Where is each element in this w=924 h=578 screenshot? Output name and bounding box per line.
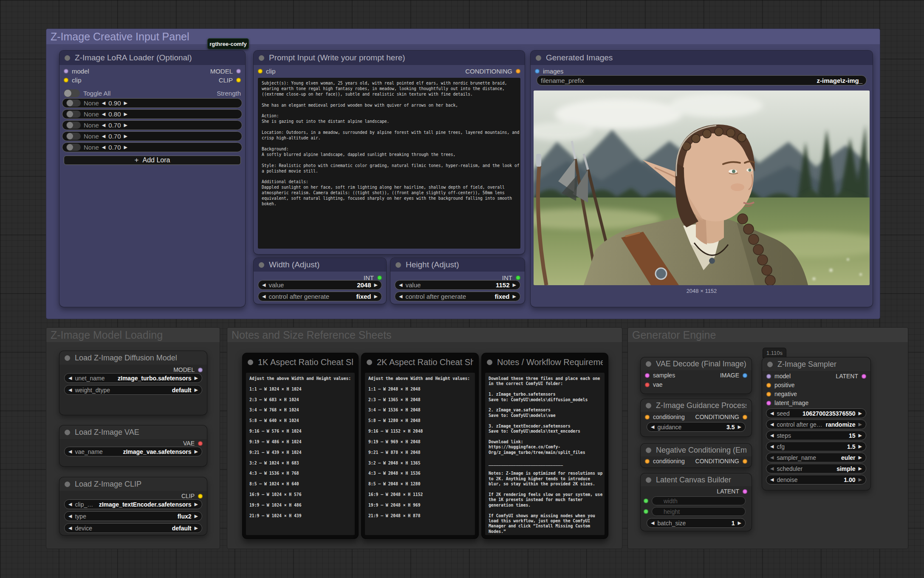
filename-prefix-widget[interactable]: filename_prefix z-image\z-img_ (537, 75, 867, 85)
node-1k-cheat-sheet[interactable]: 1K Aspect Ratio Cheat Sheet Adjust the a… (242, 353, 359, 539)
collapse-dot-icon[interactable] (767, 362, 773, 367)
prompt-text[interactable]: Subject(s): Young elven woman, 25 years … (262, 81, 517, 207)
increment-icon[interactable]: ▶ (738, 424, 741, 430)
width-widget-muted[interactable]: width (652, 496, 746, 505)
control-after-generate-widget[interactable]: ◀ control after gene... randomize ▶ (766, 419, 866, 429)
decrement-icon[interactable]: ◀ (770, 455, 774, 460)
lora-toggle[interactable] (66, 99, 81, 107)
device-widget[interactable]: ◀ device default ▶ (64, 523, 202, 533)
increment-icon[interactable]: ▶ (859, 444, 862, 449)
type-widget[interactable]: ◀ type flux2 ▶ (64, 511, 202, 521)
node-header[interactable]: Load Z-Image VAE (59, 425, 207, 439)
group-titlebar[interactable]: Z-Image Creative Input Panel (46, 29, 880, 44)
node-lora-loader[interactable]: Z-Image LoRA Loader (Optional) model MOD… (59, 50, 246, 307)
increment-icon[interactable]: ▶ (124, 144, 127, 150)
collapse-dot-icon[interactable] (646, 403, 651, 408)
output-slot-model[interactable] (236, 69, 241, 74)
output-slot-int[interactable] (377, 275, 382, 280)
decrement-icon[interactable]: ◀ (102, 133, 105, 139)
note-text[interactable]: Adjust the above Width and Height values… (249, 376, 351, 518)
increment-icon[interactable]: ▶ (195, 375, 198, 381)
input-slot-clip[interactable] (258, 69, 263, 74)
increment-icon[interactable]: ▶ (859, 455, 862, 460)
increment-icon[interactable]: ▶ (195, 502, 198, 507)
decrement-icon[interactable]: ◀ (68, 449, 72, 454)
input-slot-samples[interactable] (645, 373, 650, 378)
scheduler-widget[interactable]: ◀ scheduler simple ▶ (766, 464, 866, 473)
output-slot-vae[interactable] (198, 441, 203, 446)
node-header[interactable]: Generated Images (531, 51, 873, 65)
decrement-icon[interactable]: ◀ (770, 466, 774, 471)
lora-strength[interactable]: 0.90 (108, 99, 121, 107)
decrement-icon[interactable]: ◀ (770, 477, 774, 482)
output-slot-conditioning[interactable] (516, 69, 520, 74)
output-slot-image[interactable] (743, 373, 747, 378)
lora-strength[interactable]: 0.70 (108, 122, 121, 129)
collapse-dot-icon[interactable] (65, 430, 70, 435)
weight-dtype-widget[interactable]: ◀ weight_dtype default ▶ (64, 385, 202, 395)
decrement-icon[interactable]: ◀ (651, 424, 654, 430)
lora-toggle[interactable] (66, 144, 81, 151)
increment-icon[interactable]: ▶ (859, 411, 862, 416)
decrement-icon[interactable]: ◀ (68, 387, 72, 393)
collapse-dot-icon[interactable] (65, 482, 70, 487)
increment-icon[interactable]: ▶ (859, 466, 862, 471)
increment-icon[interactable]: ▶ (195, 449, 198, 454)
lora-toggle[interactable] (66, 133, 81, 140)
node-2k-cheat-sheet[interactable]: 2K Aspect Ratio Cheat Sheet Adjust the a… (361, 353, 479, 539)
increment-icon[interactable]: ▶ (738, 520, 741, 526)
control-after-generate-widget[interactable]: ◀ control after generate fixed ▶ (395, 292, 520, 301)
output-slot-clip[interactable] (198, 494, 203, 499)
clip-name-widget[interactable]: ◀ clip_name zImage_textEncoder.safetenso… (64, 499, 202, 509)
lora-toggle[interactable] (66, 110, 81, 118)
note-content[interactable]: Adjust the above Width and Height values… (246, 373, 355, 535)
group-titlebar[interactable]: Generator Engine (628, 328, 908, 342)
node-workflow-requirements[interactable]: Notes / Workflow Requirements Download t… (481, 353, 608, 539)
node-guidance-processor[interactable]: Z-Image Guidance Processor conditioning … (640, 399, 752, 437)
node-negative-conditioning[interactable]: Negative Conditioning (Emp... conditioni… (640, 443, 752, 468)
node-header[interactable]: Negative Conditioning (Emp... (641, 444, 752, 456)
output-slot-int[interactable] (516, 275, 520, 280)
decrement-icon[interactable]: ◀ (262, 294, 266, 299)
output-slot-latent[interactable] (862, 374, 866, 379)
increment-icon[interactable]: ▶ (859, 477, 862, 482)
node-vae-decode[interactable]: VAE Decode (Final Image) samples IMAGE v… (640, 357, 752, 394)
node-height-adjust[interactable]: Height (Adjust) INT ◀ value 1152 ▶ ◀ con… (390, 258, 525, 304)
input-slot-model[interactable] (64, 69, 68, 74)
collapse-dot-icon[interactable] (487, 360, 492, 365)
increment-icon[interactable]: ▶ (374, 294, 378, 299)
increment-icon[interactable]: ▶ (124, 122, 127, 128)
node-generated-images[interactable]: Generated Images images filename_prefix … (530, 50, 873, 307)
decrement-icon[interactable]: ◀ (770, 411, 774, 416)
increment-icon[interactable]: ▶ (195, 525, 198, 531)
group-titlebar[interactable]: Notes and Size Reference Sheets (227, 328, 622, 342)
node-header[interactable]: Prompt Input (Write your prompt here) (254, 51, 525, 65)
vae-name-widget[interactable]: ◀ vae_name zImage_vae.safetensors ▶ (64, 447, 202, 456)
lora-name[interactable]: None (84, 110, 99, 118)
node-header[interactable]: VAE Decode (Final Image) (641, 357, 752, 370)
input-slot-latent-image[interactable] (766, 401, 771, 405)
output-slot-conditioning[interactable] (743, 459, 747, 464)
group-titlebar[interactable]: Z-Image Model Loading (46, 328, 220, 342)
output-slot-latent[interactable] (743, 489, 747, 494)
collapse-dot-icon[interactable] (65, 355, 70, 361)
seed-widget[interactable]: ◀ seed 1062700235376550 ▶ (766, 408, 866, 418)
node-header[interactable]: 1K Aspect Ratio Cheat Sheet (243, 353, 358, 371)
node-header[interactable]: Height (Adjust) (390, 258, 525, 272)
collapse-dot-icon[interactable] (536, 55, 541, 61)
lora-row[interactable]: None ◀ 0.90 ▶ (62, 98, 242, 108)
increment-icon[interactable]: ▶ (195, 513, 198, 519)
decrement-icon[interactable]: ◀ (651, 520, 654, 526)
increment-icon[interactable]: ▶ (513, 282, 516, 288)
lora-name[interactable]: None (84, 133, 99, 140)
decrement-icon[interactable]: ◀ (770, 422, 774, 427)
input-slot-vae[interactable] (645, 382, 650, 387)
decrement-icon[interactable]: ◀ (102, 122, 105, 128)
input-slot-negative[interactable] (766, 392, 771, 397)
comfyui-canvas[interactable]: Z-Image Creative Input Panel rgthree-com… (0, 0, 924, 578)
collapse-dot-icon[interactable] (646, 477, 651, 483)
collapse-dot-icon[interactable] (396, 262, 401, 268)
decrement-icon[interactable]: ◀ (399, 294, 402, 299)
node-header[interactable]: Z-Image Sampler (762, 357, 870, 371)
lora-row[interactable]: None ◀ 0.70 ▶ (62, 131, 242, 141)
